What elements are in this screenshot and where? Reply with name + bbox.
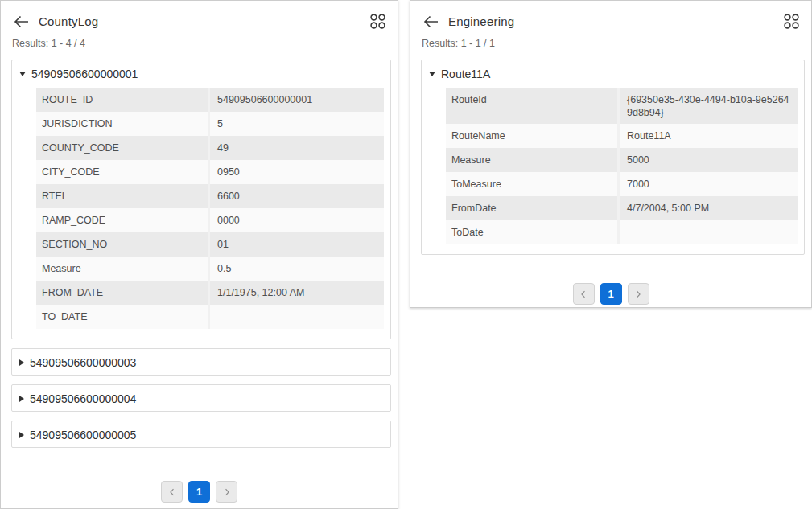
field-value: 01	[208, 232, 384, 257]
field-value: 6600	[208, 184, 384, 208]
field-value: 5000	[617, 148, 798, 172]
panel-title: Engineering	[448, 14, 514, 28]
panel-engineering: Engineering Results: 1 - 1 / 1 Route11AR…	[410, 0, 812, 308]
field-label: ROUTE_ID	[36, 88, 208, 112]
table-row: CITY_CODE0950	[36, 160, 384, 184]
table-row: COUNTY_CODE49	[36, 136, 384, 160]
feature-title: Route11A	[441, 68, 490, 80]
field-label: RAMP_CODE	[36, 208, 208, 232]
table-row: RAMP_CODE0000	[36, 208, 384, 232]
back-arrow-icon[interactable]	[14, 14, 30, 29]
table-row: FromDate4/7/2004, 5:00 PM	[446, 196, 798, 220]
field-value: 0.5	[208, 257, 384, 281]
field-value: Route11A	[617, 124, 798, 148]
table-row: TO_DATE	[36, 305, 384, 329]
caret-right-icon	[19, 396, 24, 402]
apps-grid-icon[interactable]	[783, 13, 800, 30]
feature-list: 54909506600000001ROUTE_ID549095066000000…	[1, 49, 398, 448]
prev-page-button[interactable]	[161, 481, 183, 503]
field-label: RouteName	[446, 124, 617, 148]
table-row: RTEL6600	[36, 184, 384, 208]
feature-title: 54909506600000001	[31, 68, 138, 80]
feature-item: 54909506600000004	[11, 384, 391, 412]
feature-item: 54909506600000005	[11, 421, 391, 448]
table-row: SECTION_NO01	[36, 232, 384, 257]
table-row: RouteNameRoute11A	[446, 124, 798, 148]
table-row: ToDate	[446, 220, 798, 244]
results-count: Results: 1 - 4 / 4	[1, 30, 398, 49]
pagination: 1	[1, 481, 398, 503]
feature-toggle[interactable]: 54909506600000001	[12, 60, 390, 86]
next-page-button[interactable]	[628, 283, 649, 305]
next-page-button[interactable]	[216, 481, 237, 503]
feature-item: 54909506600000001ROUTE_ID549095066000000…	[11, 60, 391, 339]
field-value: {69350e35-430e-4494-b10a-9e52649d8b94}	[617, 88, 798, 124]
panel-title: CountyLog	[39, 14, 98, 28]
feature-list: Route11ARouteId{69350e35-430e-4494-b10a-…	[410, 49, 811, 255]
panel-header: Engineering	[410, 1, 811, 30]
page-number-button[interactable]: 1	[188, 481, 210, 503]
caret-right-icon	[19, 432, 24, 438]
prev-page-button[interactable]	[573, 283, 595, 305]
feature-item: 54909506600000003	[11, 348, 391, 376]
table-row: ROUTE_ID54909506600000001	[36, 88, 384, 112]
feature-title: 54909506600000004	[30, 392, 136, 405]
field-value: 4/7/2004, 5:00 PM	[617, 196, 798, 220]
results-count: Results: 1 - 1 / 1	[410, 30, 811, 49]
feature-toggle[interactable]: Route11A	[422, 60, 804, 86]
field-label: TO_DATE	[36, 305, 208, 329]
field-value: 1/1/1975, 12:00 AM	[208, 281, 384, 305]
feature-toggle[interactable]: 54909506600000003	[12, 349, 390, 375]
caret-down-icon	[19, 72, 26, 76]
field-label: RTEL	[36, 184, 208, 208]
field-label: ToDate	[446, 220, 617, 244]
pagination: 1	[410, 283, 811, 305]
field-value	[208, 305, 384, 329]
table-row: RouteId{69350e35-430e-4494-b10a-9e52649d…	[446, 88, 798, 124]
field-value: 54909506600000001	[208, 88, 384, 112]
table-row: FROM_DATE1/1/1975, 12:00 AM	[36, 281, 384, 305]
back-arrow-icon[interactable]	[423, 14, 439, 29]
field-label: COUNTY_CODE	[36, 136, 208, 160]
attribute-table: RouteId{69350e35-430e-4494-b10a-9e52649d…	[446, 88, 798, 244]
field-label: ToMeasure	[446, 172, 617, 196]
field-value: 5	[208, 112, 384, 136]
table-row: Measure5000	[446, 148, 798, 172]
panel-countylog: CountyLog Results: 1 - 4 / 4 54909506600…	[0, 0, 398, 509]
table-row: ToMeasure7000	[446, 172, 798, 196]
field-label: FROM_DATE	[36, 281, 208, 305]
results-page: CountyLog Results: 1 - 4 / 4 54909506600…	[0, 0, 812, 509]
field-label: FromDate	[446, 196, 617, 220]
field-label: JURISDICTION	[36, 112, 208, 136]
apps-grid-icon[interactable]	[369, 13, 386, 30]
page-number-button[interactable]: 1	[600, 283, 622, 305]
feature-toggle[interactable]: 54909506600000005	[12, 421, 390, 447]
caret-down-icon	[429, 72, 435, 76]
field-value	[617, 220, 798, 244]
feature-item: Route11ARouteId{69350e35-430e-4494-b10a-…	[421, 60, 805, 255]
field-label: CITY_CODE	[36, 160, 208, 184]
field-label: SECTION_NO	[36, 232, 208, 257]
field-label: RouteId	[446, 88, 617, 124]
field-value: 0000	[208, 208, 384, 232]
field-value: 7000	[617, 172, 798, 196]
feature-title: 54909506600000005	[30, 429, 136, 441]
table-row: Measure0.5	[36, 257, 384, 281]
feature-title: 54909506600000003	[30, 356, 136, 369]
field-label: Measure	[446, 148, 617, 172]
caret-right-icon	[19, 359, 24, 366]
attribute-table: ROUTE_ID54909506600000001JURISDICTION5CO…	[36, 88, 384, 329]
panel-header: CountyLog	[1, 1, 398, 30]
field-label: Measure	[36, 257, 208, 281]
field-value: 49	[208, 136, 384, 160]
feature-toggle[interactable]: 54909506600000004	[12, 385, 390, 411]
table-row: JURISDICTION5	[36, 112, 384, 136]
field-value: 0950	[208, 160, 384, 184]
